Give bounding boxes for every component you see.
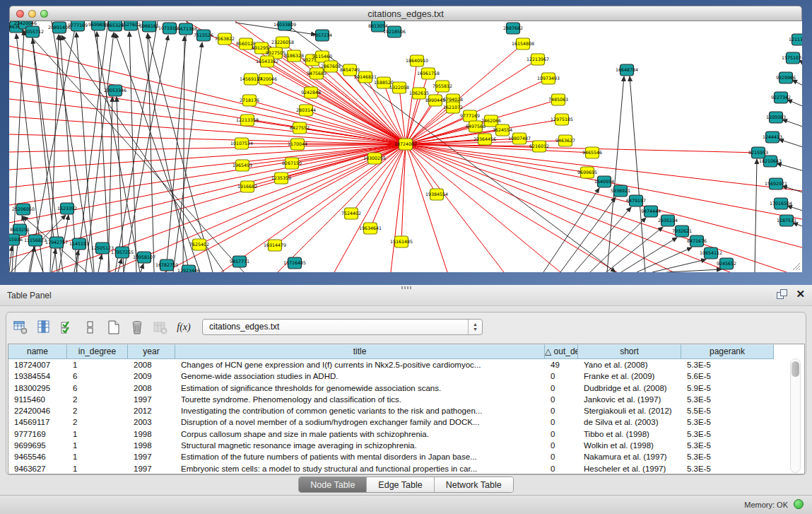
table-cell[interactable]: Changes of HCN gene expression and I(f) … (175, 359, 545, 370)
table-cell[interactable]: 1 (67, 463, 128, 474)
table-row[interactable]: 977716911998Corpus callosum shape and si… (8, 428, 804, 440)
column-header-title[interactable]: title (175, 344, 545, 359)
graph-node[interactable]: 9699695 (577, 167, 597, 178)
table-cell[interactable]: 5.3E-5 (681, 463, 774, 474)
graph-node[interactable]: 16648784 (616, 64, 638, 76)
graph-node[interactable]: 16154808 (512, 38, 534, 49)
table-cell[interactable]: 6 (67, 382, 128, 394)
graph-node[interactable]: 2935114 (658, 215, 678, 226)
table-cell[interactable]: 9465546 (8, 451, 67, 462)
network-canvas[interactable]: 7563822856012889129542322605893275051654… (9, 21, 802, 272)
function-builder-icon[interactable]: f(x) (175, 319, 192, 336)
table-cell[interactable]: 5.3E-5 (681, 416, 774, 428)
table-cell[interactable]: 9463627 (8, 463, 67, 474)
graph-node[interactable]: 7625402 (189, 239, 209, 250)
table-row[interactable]: 1938455462009Genome-wide association stu… (8, 370, 804, 382)
table-cell[interactable]: 14569117 (8, 416, 67, 428)
table-cell[interactable]: 1998 (128, 440, 175, 451)
table-cell[interactable]: 0 (545, 382, 578, 394)
graph-node[interactable]: 6216012 (529, 141, 549, 152)
table-cell[interactable]: 2008 (128, 359, 175, 370)
graph-node[interactable]: 12923446 (177, 265, 200, 272)
graph-node[interactable]: 8186328 (284, 50, 304, 62)
table-cell[interactable]: 2 (67, 394, 128, 405)
graph-node[interactable]: 1235359 (271, 173, 291, 184)
table-cell[interactable]: 6 (67, 370, 128, 382)
row-height-icon[interactable] (82, 319, 99, 336)
table-cell[interactable]: 2012 (128, 405, 175, 416)
graph-node[interactable]: 2887682 (503, 23, 523, 34)
table-cell[interactable]: 1 (67, 440, 128, 451)
table-cell[interactable]: Structural magnetic resonance image aver… (175, 440, 545, 451)
graph-node[interactable]: 1187531 (777, 215, 796, 226)
column-header-year[interactable]: year (128, 344, 175, 359)
table-cell[interactable]: Tourette syndrome. Phenomenology and cla… (175, 394, 545, 405)
graph-node[interactable]: 3624554 (493, 124, 512, 136)
table-cell[interactable]: 2 (67, 416, 128, 428)
graph-node[interactable]: 23226058 (271, 37, 294, 48)
graph-node[interactable]: 9465546 (582, 147, 602, 158)
graph-node[interactable]: 6966161 (139, 21, 159, 32)
table-cell[interactable]: 1998 (128, 428, 175, 440)
graph-node[interactable]: 16914479 (264, 240, 286, 251)
table-cell[interactable]: Stergiakouli et al. (2012) (578, 405, 681, 416)
graph-node[interactable]: 8267150 (282, 158, 302, 169)
table-cell[interactable]: Wolkin et al. (1998) (578, 440, 681, 451)
graph-node[interactable]: 20364456 (473, 134, 496, 145)
table-cell[interactable]: 18300295 (8, 382, 67, 394)
table-cell[interactable]: 49 (545, 359, 578, 370)
table-row[interactable]: 1872400712008Changes of HCN gene express… (8, 359, 804, 370)
graph-node[interactable]: 9777169 (68, 21, 88, 31)
graph-node[interactable]: 1145193 (69, 238, 89, 250)
table-cell[interactable]: 19384554 (8, 370, 67, 382)
graph-node[interactable]: 12975185 (551, 114, 573, 125)
table-scrollbar[interactable] (790, 358, 801, 473)
graph-node[interactable]: 1621072 (443, 102, 463, 113)
graph-node[interactable]: 8427552 (290, 122, 310, 134)
graph-node[interactable]: 9475685 (307, 68, 326, 79)
table-settings-icon[interactable] (12, 319, 29, 336)
table-cell[interactable]: 0 (545, 463, 578, 474)
table-panel-header[interactable]: Table Panel ✕ (0, 285, 812, 306)
table-cell[interactable]: 1997 (128, 394, 175, 405)
table-cell[interactable]: 5.3E-5 (681, 451, 774, 462)
table-cell[interactable]: Jankovic et al. (1997) (578, 394, 681, 405)
table-row[interactable]: 946554611997Estimation of the future num… (8, 451, 804, 462)
graph-node[interactable]: 7524402 (341, 208, 361, 219)
graph-node[interactable]: 7515526 (194, 30, 213, 41)
table-cell[interactable]: 0 (545, 416, 578, 428)
graph-node[interactable]: 17016504 (770, 198, 792, 209)
table-cell[interactable]: 5.3E-5 (681, 428, 774, 440)
table-cell[interactable]: 18724007 (8, 359, 67, 370)
table-cell[interactable]: 9115460 (8, 394, 67, 405)
graph-node[interactable]: 1640954 (594, 176, 614, 187)
graph-node[interactable]: 17957255 (111, 247, 134, 258)
table-cell[interactable]: 2003 (128, 416, 175, 428)
graph-node[interactable]: 1916682 (237, 181, 257, 192)
table-cell[interactable]: 2009 (128, 370, 175, 382)
table-cell[interactable]: 1 (67, 451, 128, 462)
graph-node[interactable]: 1523392 (57, 203, 77, 214)
table-cell[interactable]: 0 (545, 370, 578, 382)
graph-node[interactable]: 1211305 (789, 34, 802, 45)
graph-node[interactable]: 9474444 (641, 206, 661, 217)
table-cell[interactable]: 2 (67, 405, 128, 416)
table-cell[interactable]: 0 (545, 394, 578, 405)
close-panel-icon[interactable]: ✕ (796, 289, 805, 299)
graph-node[interactable]: 7955812 (433, 81, 452, 92)
graph-node[interactable]: 7932621 (672, 226, 692, 237)
graph-node[interactable]: 16961758 (417, 68, 440, 79)
table-cell[interactable]: Disruption of a novel member of a sodium… (175, 416, 545, 428)
graph-node[interactable]: 12213358 (236, 115, 259, 126)
graph-node[interactable]: 18640910 (406, 55, 428, 66)
graph-node[interactable]: 9242848 (301, 87, 321, 98)
table-row[interactable]: 1830029562008Estimation of significance … (8, 382, 804, 394)
graph-node[interactable]: 9777169 (460, 110, 480, 122)
table-cell[interactable]: Investigating the contribution of common… (175, 405, 545, 416)
table-cell[interactable]: 5.3E-5 (681, 440, 774, 451)
graph-node[interactable]: 5938921 (611, 185, 630, 197)
graph-node[interactable]: 12213967 (526, 54, 549, 65)
table-cell[interactable]: Estimation of the future numbers of pati… (175, 451, 545, 462)
graph-node[interactable]: 2718176 (240, 95, 259, 106)
graph-node[interactable]: 1322058 (389, 82, 409, 93)
